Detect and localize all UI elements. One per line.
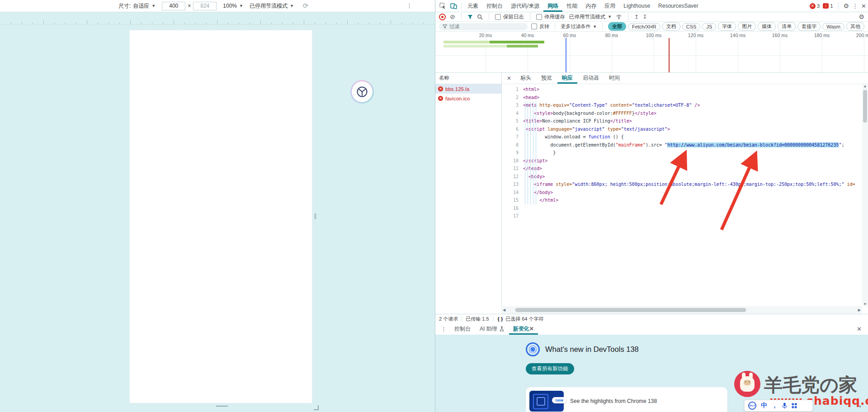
chip-Wasm[interactable]: Wasm	[822, 23, 844, 30]
tab-网络[interactable]: 网络	[543, 0, 562, 12]
emulated-viewport[interactable]	[130, 30, 312, 403]
chevron-down-icon: ▼	[593, 24, 597, 29]
divider	[493, 316, 493, 322]
issues-badge[interactable]: ! 1	[823, 3, 833, 9]
console-errors-badge[interactable]: ✕ 3	[810, 3, 820, 9]
chip-套接字[interactable]: 套接字	[797, 22, 821, 31]
inspect-element-icon[interactable]	[437, 3, 448, 9]
chip-文档[interactable]: 文档	[662, 22, 680, 31]
ruler-tick	[347, 20, 348, 24]
network-conditions-icon[interactable]	[616, 14, 622, 19]
ruler-tick	[391, 20, 391, 24]
network-settings-gear-icon[interactable]: ⚙	[859, 13, 864, 20]
tab-源代码/来源[interactable]: 源代码/来源	[507, 0, 543, 12]
settings-gear-icon[interactable]: ⚙	[844, 2, 849, 9]
invert-filter-checkbox[interactable]: 反转	[531, 23, 549, 30]
code-line: 4 <style>body{background-color:#FFFFFF}<…	[501, 109, 862, 118]
filter-input[interactable]: 过滤	[439, 23, 528, 30]
more-filters-select[interactable]: 更多过滤条件 ▼	[561, 23, 597, 30]
viewport-resize-handle-corner[interactable]	[314, 405, 319, 410]
device-size-select[interactable]: 尺寸: 自适应 ▼	[118, 2, 156, 10]
device-toolbar-more-icon[interactable]: ⋮	[406, 2, 412, 9]
viewport-resize-handle-right[interactable]: ∥	[314, 213, 317, 219]
close-tab-icon[interactable]: ✕	[529, 323, 534, 335]
export-har-icon[interactable]: ↧	[643, 14, 647, 20]
drawer-tab-新变化[interactable]: 新变化 ✕	[509, 323, 538, 335]
ime-punctuation-toggle[interactable]: ，	[772, 402, 778, 410]
response-tab-标头[interactable]: 标头	[516, 72, 536, 84]
response-tab-预览[interactable]: 预览	[537, 72, 557, 84]
see-all-new-features-button[interactable]: 查看所有新功能	[526, 363, 574, 374]
scroll-right-icon[interactable]: ▶	[858, 308, 861, 312]
chip-CSS[interactable]: CSS	[682, 23, 701, 30]
drawer-tab-AI 助理[interactable]: AI 助理	[476, 323, 508, 335]
clear-network-log-icon[interactable]: ⊘	[450, 14, 455, 20]
request-count: 2 个请求	[435, 316, 458, 322]
scrollbar-thumb[interactable]	[863, 90, 867, 123]
grid-menu-icon[interactable]	[792, 403, 797, 408]
drawer-scroll-caret-icon[interactable]: ▾	[859, 404, 861, 409]
viewport-width-input[interactable]: 400	[162, 2, 185, 10]
ime-language-toggle[interactable]: 中	[761, 402, 767, 410]
drawer-more-icon[interactable]: ⋮	[438, 326, 449, 332]
zoom-select[interactable]: 100% ▼	[223, 3, 243, 9]
chip-字体[interactable]: 字体	[718, 22, 736, 31]
ime-toolbar[interactable]: iFLY 中 ，	[744, 400, 813, 412]
response-tab-响应[interactable]: 响应	[557, 72, 577, 84]
chip-全部[interactable]: 全部	[608, 22, 626, 31]
chrome-highlights-card[interactable]: new See the highlights from Chrome 138	[526, 387, 727, 412]
device-ruler	[0, 12, 435, 25]
flask-icon	[500, 326, 504, 331]
record-network-log-button[interactable]	[439, 14, 446, 20]
response-tab-启动器[interactable]: 启动器	[578, 72, 604, 84]
code-line: 3<meta http-equiv="Content-Type" content…	[501, 101, 862, 109]
throttling-select[interactable]: 已停用节流模式 ▼	[250, 2, 294, 10]
error-count: 3	[817, 3, 820, 9]
preserve-log-checkbox[interactable]: 保留日志	[495, 14, 524, 20]
scroll-left-icon[interactable]: ◀	[503, 308, 505, 312]
chip-清单[interactable]: 清单	[778, 22, 796, 31]
tab-ResourcesSaver[interactable]: ResourcesSaver	[654, 0, 703, 12]
disable-cache-checkbox[interactable]: 停用缓存	[536, 14, 565, 20]
chip-媒体[interactable]: 媒体	[758, 22, 776, 31]
rotate-viewport-icon[interactable]: ⟳	[303, 2, 309, 10]
format-braces-icon[interactable]: { }	[498, 316, 503, 322]
response-tab-时间[interactable]: 时间	[604, 72, 624, 84]
devtools-close-icon[interactable]: ✕	[861, 3, 866, 9]
horizontal-scrollbar[interactable]: ◀ ▶	[501, 306, 862, 314]
request-name: favicon.ico	[445, 96, 470, 101]
scroll-up-icon[interactable]: ▲	[863, 84, 867, 88]
chip-Fetch/XHR[interactable]: Fetch/XHR	[628, 23, 660, 30]
tab-Lighthouse[interactable]: Lighthouse	[619, 0, 654, 12]
response-source-view[interactable]: 1<html>2<head>3<meta http-equiv="Content…	[501, 84, 862, 306]
devtools-more-icon[interactable]: ⋮	[852, 3, 858, 9]
tab-应用[interactable]: 应用	[600, 0, 619, 12]
scrollbar-thumb[interactable]	[515, 308, 746, 312]
request-row[interactable]: ✕favicon.ico	[435, 94, 501, 103]
request-list-header-name[interactable]: 名称	[435, 72, 501, 84]
scroll-down-icon[interactable]: ▼	[863, 302, 867, 306]
chip-图片[interactable]: 图片	[738, 22, 756, 31]
import-har-icon[interactable]: ↥	[634, 14, 639, 20]
chip-其他[interactable]: 其他	[846, 22, 864, 31]
tab-内存[interactable]: 内存	[581, 0, 600, 12]
drawer-close-icon[interactable]: ✕	[857, 326, 865, 332]
drawer-tab-控制台[interactable]: 控制台	[450, 323, 475, 335]
screenshot-root: 尺寸: 自适应 ▼ 400 × 824 100% ▼ 已停用节流模式 ▼ ⟳ ⋮	[0, 0, 868, 412]
network-overview-timeline[interactable]: 20 ms40 ms60 ms80 ms100 ms120 ms140 ms16…	[435, 32, 868, 73]
network-throttling-select[interactable]: 已停用节流模式 ▼	[569, 14, 612, 20]
viewport-height-input[interactable]: 824	[193, 2, 217, 10]
tab-元素[interactable]: 元素	[463, 0, 482, 12]
chip-JS[interactable]: JS	[702, 23, 716, 30]
request-row[interactable]: ✕bbs.125.la	[435, 84, 501, 94]
tab-性能[interactable]: 性能	[562, 0, 581, 12]
search-icon[interactable]	[477, 14, 483, 20]
tab-控制台[interactable]: 控制台	[482, 0, 507, 12]
network-throttling-value: 已停用节流模式	[569, 14, 606, 20]
viewport-resize-handle-bottom[interactable]	[216, 406, 228, 407]
microphone-icon[interactable]	[782, 403, 787, 409]
close-request-detail-icon[interactable]: ✕	[503, 75, 515, 81]
vertical-scrollbar[interactable]: ▲ ▼	[862, 84, 868, 306]
toggle-device-toolbar-icon[interactable]	[448, 3, 459, 9]
filter-funnel-icon[interactable]	[467, 14, 473, 19]
